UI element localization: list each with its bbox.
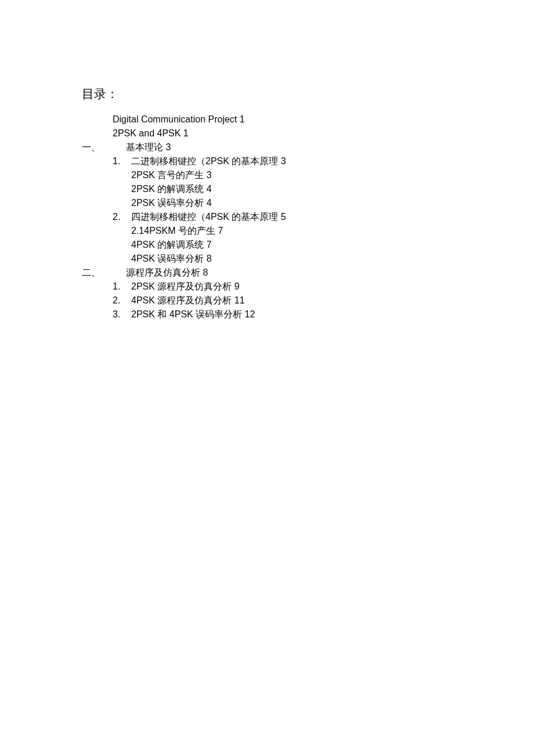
toc-sub-entry: 4PSK 的解调系统 7 [82, 238, 534, 252]
number-marker: 2. [113, 294, 131, 308]
toc-entry: 2PSK and 4PSK 1 [82, 126, 534, 140]
toc-text: 二进制移相键控（2PSK 的基本原理 3 [131, 154, 286, 168]
toc-section: 二、源程序及仿真分析 8 [82, 266, 534, 280]
toc-title: 目录： [82, 86, 534, 102]
toc-numbered-entry: 2.四进制移相键控（4PSK 的基本原理 5 [82, 210, 534, 224]
toc-sub-entry: 2PSK 的解调系统 4 [82, 182, 534, 196]
section-marker: 二、 [82, 266, 126, 280]
toc-text: 基本理论 3 [126, 140, 171, 154]
toc-sub-entry: 2PSK 误码率分析 4 [82, 196, 534, 210]
number-marker: 2. [113, 210, 131, 224]
toc-container: Digital Communication Project 12PSK and … [82, 113, 534, 321]
toc-text: 2PSK 源程序及仿真分析 9 [131, 280, 240, 294]
number-marker: 1. [113, 154, 131, 168]
toc-numbered-entry: 1.二进制移相键控（2PSK 的基本原理 3 [82, 154, 534, 168]
toc-sub-entry: 2.14PSKM 号的产生 7 [82, 224, 534, 238]
toc-numbered-entry: 1.2PSK 源程序及仿真分析 9 [82, 280, 534, 294]
toc-sub-entry: 4PSK 误码率分析 8 [82, 252, 534, 266]
toc-section: 一、基本理论 3 [82, 140, 534, 154]
number-marker: 3. [113, 308, 131, 321]
toc-text: 四进制移相键控（4PSK 的基本原理 5 [131, 210, 286, 224]
number-marker: 1. [113, 280, 131, 294]
toc-text: 4PSK 源程序及仿真分析 11 [131, 294, 245, 308]
section-marker: 一、 [82, 140, 126, 154]
toc-numbered-entry: 2.4PSK 源程序及仿真分析 11 [82, 294, 534, 308]
toc-sub-entry: 2PSK 言号的产生 3 [82, 168, 534, 182]
toc-text: 2PSK 和 4PSK 误码率分析 12 [131, 308, 255, 321]
toc-entry: Digital Communication Project 1 [82, 113, 534, 126]
toc-numbered-entry: 3.2PSK 和 4PSK 误码率分析 12 [82, 308, 534, 321]
toc-text: 源程序及仿真分析 8 [126, 266, 208, 280]
